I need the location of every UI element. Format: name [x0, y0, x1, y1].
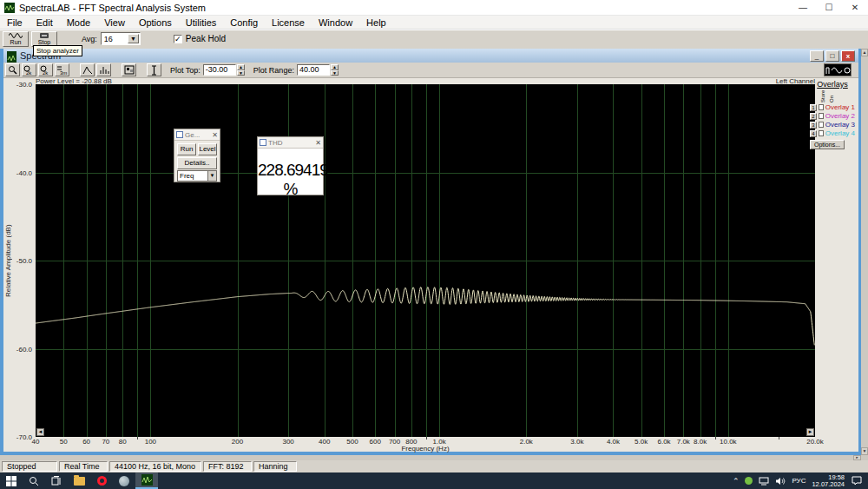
thd-window-icon: [260, 139, 266, 146]
overlays-heading: Overlays: [810, 80, 855, 89]
generator-close-icon[interactable]: ✕: [212, 131, 218, 139]
generator-run-button[interactable]: Run: [177, 143, 196, 155]
x-axis-label: Frequency (Hz): [36, 445, 815, 453]
volume-icon[interactable]: [775, 477, 786, 486]
peak-marker-button[interactable]: [80, 63, 95, 76]
menu-edit[interactable]: Edit: [30, 17, 60, 28]
status-run-state: Stopped: [2, 461, 57, 472]
fft-size-button[interactable]: 3m: [55, 63, 69, 76]
generator-titlebar[interactable]: Ge... ✕: [174, 129, 220, 141]
plot-top-input[interactable]: -30.00: [203, 64, 236, 76]
peak-icon: [82, 65, 93, 75]
y-tick-label: -30.0: [16, 81, 32, 89]
status-sample-format: 44100 Hz, 16 bit, Mono: [109, 461, 201, 472]
task-view-button[interactable]: [45, 472, 68, 489]
window-title: SpectraLAB - FFT Spectral Analysis Syste…: [19, 3, 206, 13]
spectralab-icon: [141, 474, 153, 486]
main-titlebar: SpectraLAB - FFT Spectral Analysis Syste…: [0, 0, 868, 16]
sample-rate-out-button[interactable]: 2k: [38, 63, 53, 76]
generator-title: Ge...: [185, 131, 200, 139]
menu-view[interactable]: View: [97, 17, 132, 28]
media-app-button[interactable]: [113, 472, 135, 489]
folder-icon: [74, 477, 85, 486]
stop-button[interactable]: Stop: [31, 31, 57, 47]
overlay-checkbox-2[interactable]: [819, 113, 824, 119]
menu-window[interactable]: Window: [312, 17, 359, 28]
scroll-up-icon[interactable]: ▲: [861, 49, 868, 56]
display-settings-button[interactable]: [122, 63, 136, 76]
spectralab-taskbar-button[interactable]: [135, 472, 158, 489]
tray-clock[interactable]: 19:58 12.07.2024: [812, 474, 845, 488]
thd-close-icon[interactable]: ✕: [315, 139, 321, 147]
screen: SpectraLAB - FFT Spectral Analysis Syste…: [0, 0, 868, 489]
task-view-icon: [51, 476, 62, 486]
marker-tool-button[interactable]: [147, 63, 161, 76]
tray-app-icon[interactable]: [745, 477, 753, 485]
plot-range-spinner[interactable]: ▲▼: [331, 64, 339, 76]
maximize-button[interactable]: ☐: [816, 0, 842, 16]
magnifier-icon: [8, 65, 17, 75]
generator-window-icon: [176, 131, 183, 138]
sample-rate-in-button[interactable]: 2k: [22, 63, 36, 76]
generator-details-button[interactable]: Details..: [177, 157, 217, 169]
network-icon[interactable]: [759, 477, 769, 486]
zoom-tool-button[interactable]: [5, 63, 20, 76]
menu-license[interactable]: License: [265, 17, 312, 28]
avg-dropdown[interactable]: 16 ▼: [101, 32, 141, 45]
menu-file[interactable]: File: [0, 17, 30, 28]
bar-display-button[interactable]: [96, 63, 111, 76]
menu-utilities[interactable]: Utilities: [179, 17, 223, 28]
close-button[interactable]: ✕: [842, 0, 868, 16]
status-fft-size: FFT: 8192 pts: [203, 461, 252, 472]
overlay-store-button-3[interactable]: 3: [810, 122, 817, 129]
chevron-down-icon[interactable]: ▼: [128, 34, 139, 43]
minimize-button[interactable]: —: [790, 0, 816, 16]
generator-waveform-button[interactable]: [824, 63, 852, 76]
overlay-label-2: Overlay 2: [825, 112, 855, 120]
file-explorer-button[interactable]: [68, 472, 90, 489]
overlay-checkbox-3[interactable]: [819, 122, 824, 128]
overlay-checkbox-4[interactable]: [819, 130, 824, 136]
language-indicator[interactable]: РУС: [792, 477, 806, 485]
tray-chevron-icon[interactable]: ⌃: [733, 477, 740, 486]
menu-config[interactable]: Config: [223, 17, 265, 28]
overlays-store-column-label: Store: [820, 89, 825, 102]
overlay-store-button-1[interactable]: 1: [810, 104, 817, 111]
clock-3m-icon: 3m: [56, 65, 68, 75]
thd-titlebar[interactable]: THD ✕: [258, 137, 323, 149]
thd-window: THD ✕ 228.69419 %: [257, 136, 324, 195]
spectrum-minimize-button[interactable]: _: [810, 50, 824, 62]
peak-hold-checkbox[interactable]: ✓: [174, 35, 182, 43]
notification-center-icon[interactable]: [852, 476, 862, 486]
menu-mode[interactable]: Mode: [60, 17, 98, 28]
sine-wave-icon: [9, 32, 23, 39]
scroll-down-icon[interactable]: ▼: [861, 447, 868, 455]
generator-level-button[interactable]: Level: [198, 143, 217, 155]
overlays-options-button[interactable]: Options...: [810, 140, 845, 149]
menu-options[interactable]: Options: [132, 17, 179, 28]
stop-icon: [39, 32, 49, 39]
overlay-store-button-2[interactable]: 2: [810, 113, 817, 120]
spectrum-close-button[interactable]: x: [841, 50, 855, 62]
svg-text:2k: 2k: [26, 70, 32, 76]
overlay-store-button-4[interactable]: 4: [810, 130, 817, 137]
menubar: File Edit Mode View Options Utilities Co…: [0, 16, 868, 30]
run-button[interactable]: Run: [3, 31, 29, 47]
taskbar-search-button[interactable]: [23, 472, 45, 489]
plot-range-input[interactable]: 40.00: [297, 64, 330, 76]
spectrum-titlebar[interactable]: Spectrum _ □ x: [3, 49, 858, 63]
overlay-checkbox-1[interactable]: [819, 104, 824, 110]
menu-help[interactable]: Help: [359, 17, 393, 28]
bar-chart-icon: [99, 65, 109, 75]
generator-mode-dropdown[interactable]: Freq Sweep ▼: [177, 170, 217, 182]
plot-top-spinner[interactable]: ▲▼: [237, 64, 245, 76]
vertical-scrollbar[interactable]: ▲ ▼: [861, 49, 868, 455]
chevron-down-icon[interactable]: ▼: [207, 171, 216, 181]
start-button[interactable]: [0, 472, 23, 489]
plot-scroll-left-button[interactable]: ◄: [36, 428, 44, 436]
overlay-row-2: 2 Overlay 2: [810, 112, 855, 120]
spectrum-maximize-button[interactable]: □: [825, 50, 839, 62]
plot-scroll-right-button[interactable]: ►: [806, 428, 814, 436]
spectrum-plot[interactable]: ◄ ►: [36, 84, 815, 437]
opera-browser-button[interactable]: [90, 472, 113, 489]
